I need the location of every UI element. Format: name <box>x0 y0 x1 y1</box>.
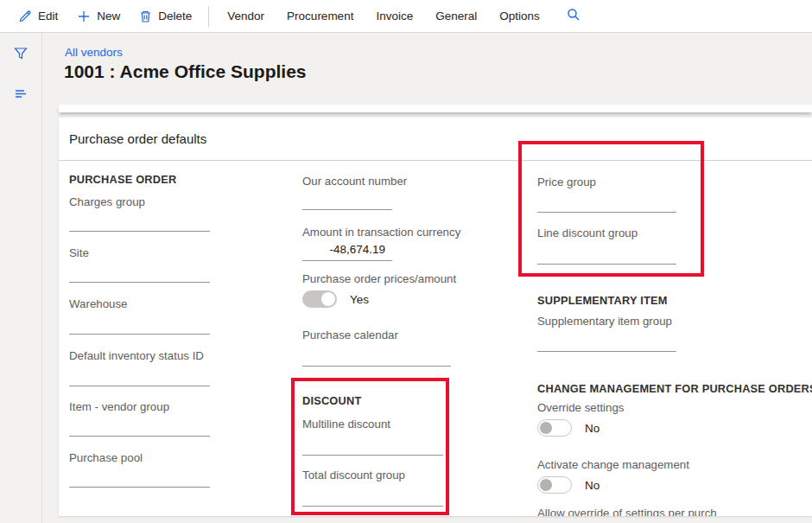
group-heading-change-management: CHANGE MANAGEMENT FOR PURCHASE ORDERS <box>537 382 812 395</box>
toggle-override-settings[interactable]: No <box>537 419 599 437</box>
delete-button[interactable]: Delete <box>130 0 201 32</box>
breadcrumb[interactable]: All vendors <box>65 46 123 59</box>
input-site[interactable] <box>69 282 210 283</box>
label-allow-override-settings: Allow override of settings per purch <box>537 507 717 516</box>
toggle-knob <box>540 422 552 434</box>
plus-icon <box>77 10 91 23</box>
left-rail <box>0 33 42 523</box>
task-list-button[interactable] <box>12 86 29 104</box>
search-icon <box>567 8 580 24</box>
label-multiline-discount: Multiline discount <box>302 418 390 431</box>
edit-button[interactable]: Edit <box>9 0 67 32</box>
filter-button[interactable] <box>12 47 29 64</box>
input-purchase-pool[interactable] <box>69 487 210 488</box>
label-item-vendor-group: Item - vendor group <box>69 400 169 413</box>
input-amount-in-transaction-currency[interactable] <box>302 260 392 261</box>
label-activate-change-management: Activate change management <box>537 458 689 471</box>
pencil-icon <box>18 10 32 23</box>
input-multiline-discount[interactable] <box>302 455 443 456</box>
toggle-pill-on <box>302 290 337 308</box>
label-default-inventory-status-id: Default inventory status ID <box>69 349 204 362</box>
tab-invoice[interactable]: Invoice <box>365 0 424 32</box>
new-button[interactable]: New <box>67 0 130 32</box>
new-button-label: New <box>97 10 120 22</box>
label-price-group: Price group <box>537 175 596 188</box>
group-heading-purchase-order: PURCHASE ORDER <box>69 173 176 186</box>
funnel-icon <box>13 46 29 65</box>
label-total-discount-group: Total discount group <box>302 469 405 482</box>
input-charges-group[interactable] <box>69 231 210 232</box>
toggle-state-label: Yes <box>350 293 369 306</box>
label-amount-in-transaction-currency: Amount in transaction currency <box>302 226 460 239</box>
toggle-pill-off <box>537 476 572 494</box>
value-amount-in-transaction-currency[interactable]: -48,674.19 <box>302 243 385 256</box>
toggle-purchase-order-prices-amount[interactable]: Yes <box>302 290 369 308</box>
label-warehouse: Warehouse <box>69 297 128 310</box>
label-site: Site <box>69 246 89 259</box>
previous-card-edge <box>59 105 812 112</box>
delete-button-label: Delete <box>158 10 192 22</box>
section-header[interactable]: Purchase order defaults <box>59 118 812 161</box>
label-override-settings: Override settings <box>537 401 625 414</box>
page-title: 1001 : Acme Office Supplies <box>64 61 307 82</box>
label-purchase-calendar: Purchase calendar <box>302 328 398 341</box>
list-lines-icon <box>13 86 29 105</box>
purchase-order-defaults-card: Purchase order defaults PURCHASE ORDER C… <box>59 118 812 516</box>
label-line-discount-group: Line discount group <box>537 226 638 239</box>
input-line-discount-group[interactable] <box>537 264 676 265</box>
tab-options[interactable]: Options <box>488 0 551 32</box>
toggle-state-label: No <box>585 422 599 435</box>
label-charges-group: Charges group <box>69 195 145 208</box>
input-warehouse[interactable] <box>69 334 210 335</box>
edit-button-label: Edit <box>38 10 58 22</box>
command-bar: Edit New Delete Vendor Procurement Invoi… <box>0 0 812 33</box>
toggle-activate-change-management[interactable]: No <box>537 476 599 494</box>
label-purchase-pool: Purchase pool <box>69 451 143 464</box>
input-price-group[interactable] <box>537 212 676 213</box>
toolbar-divider <box>208 6 209 27</box>
tab-procurement-label: Procurement <box>287 10 353 22</box>
search-button[interactable] <box>560 8 587 24</box>
tab-procurement[interactable]: Procurement <box>276 0 365 32</box>
label-purchase-order-prices-amount: Purchase order prices/amount <box>302 272 456 285</box>
toggle-state-label: No <box>585 479 599 492</box>
label-our-account-number: Our account number <box>302 175 407 188</box>
tab-invoice-label: Invoice <box>376 10 413 22</box>
section-title: Purchase order defaults <box>69 131 206 146</box>
tab-general-label: General <box>435 10 477 22</box>
tab-options-label: Options <box>499 10 540 22</box>
input-default-inventory-status-id[interactable] <box>69 386 210 386</box>
vendor-details-page: Edit New Delete Vendor Procurement Invoi… <box>0 0 812 523</box>
tab-general[interactable]: General <box>424 0 488 32</box>
input-purchase-calendar[interactable] <box>302 366 451 367</box>
tab-vendor[interactable]: Vendor <box>216 0 276 32</box>
input-total-discount-group[interactable] <box>302 506 443 507</box>
label-supplementary-item-group: Supplementary item group <box>537 315 672 328</box>
trash-icon <box>139 10 152 23</box>
toggle-pill-off <box>537 419 572 437</box>
toggle-knob <box>540 479 552 491</box>
input-our-account-number[interactable] <box>302 209 392 210</box>
group-heading-discount: DISCOUNT <box>302 394 361 407</box>
input-item-vendor-group[interactable] <box>69 436 210 437</box>
group-heading-supplementary-item: SUPPLEMENTARY ITEM <box>537 294 668 307</box>
input-supplementary-item-group[interactable] <box>537 351 676 352</box>
tab-vendor-label: Vendor <box>227 10 264 22</box>
toggle-knob <box>321 292 335 306</box>
